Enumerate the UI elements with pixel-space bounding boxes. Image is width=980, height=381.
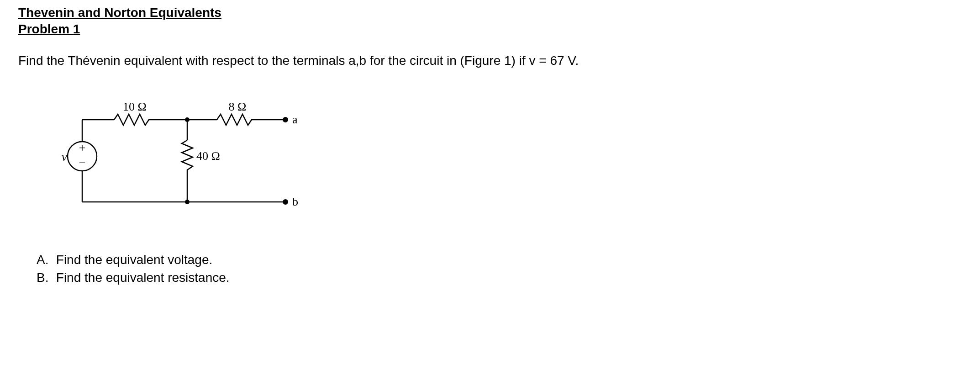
topic-title: Thevenin and Norton Equivalents xyxy=(18,5,962,21)
question-b-text: Find the equivalent resistance. xyxy=(56,270,230,285)
r1-label: 10 Ω xyxy=(123,100,147,113)
r2-label: 8 Ω xyxy=(229,100,247,113)
question-a-marker: A. xyxy=(37,251,53,269)
problem-number: Problem 1 xyxy=(18,21,962,37)
circuit-figure: .wire { stroke:#000; stroke-width:2.5; f… xyxy=(37,92,962,233)
source-minus: − xyxy=(79,156,86,169)
source-label: v xyxy=(62,150,67,164)
terminal-a-label: a xyxy=(292,113,298,126)
questions-list: A. Find the equivalent voltage. B. Find … xyxy=(37,251,962,286)
terminal-b-label: b xyxy=(292,195,298,208)
question-a: A. Find the equivalent voltage. xyxy=(37,251,962,269)
heading-section: Thevenin and Norton Equivalents Problem … xyxy=(18,5,962,38)
svg-point-1 xyxy=(283,117,288,122)
problem-statement: Find the Thévenin equivalent with respec… xyxy=(18,52,962,69)
r3-label: 40 Ω xyxy=(196,149,220,163)
question-a-text: Find the equivalent voltage. xyxy=(56,253,212,267)
svg-point-3 xyxy=(283,199,288,205)
circuit-svg: .wire { stroke:#000; stroke-width:2.5; f… xyxy=(37,92,311,229)
question-b: B. Find the equivalent resistance. xyxy=(37,269,962,286)
question-b-marker: B. xyxy=(37,269,53,286)
source-plus: + xyxy=(79,141,86,154)
